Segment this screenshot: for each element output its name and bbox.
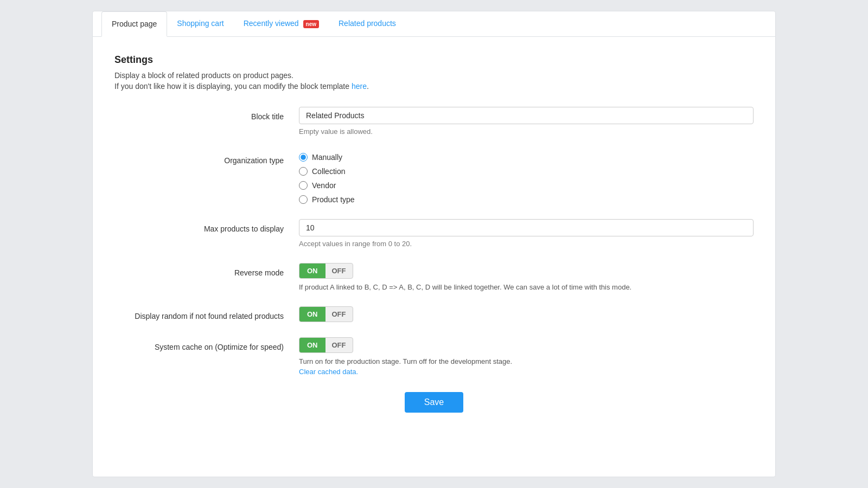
display-random-toggle[interactable]: ON OFF xyxy=(299,306,353,322)
template-link[interactable]: here xyxy=(352,82,367,91)
form-section: Block title Empty value is allowed. Orga… xyxy=(114,107,754,413)
reverse-mode-control: ON OFF If product A linked to B, C, D =>… xyxy=(299,263,754,291)
clear-cache-link[interactable]: Clear cached data. xyxy=(299,368,358,376)
organization-type-control: Manually Collection Vendor Product xyxy=(299,151,754,204)
block-title-hint: Empty value is allowed. xyxy=(299,127,754,136)
radio-vendor-label: Vendor xyxy=(312,181,336,190)
settings-content: Settings Display a block of related prod… xyxy=(93,37,775,430)
settings-page: Product page Shopping cart Recently view… xyxy=(92,11,776,477)
system-cache-on[interactable]: ON xyxy=(299,338,326,352)
tab-related-products[interactable]: Related products xyxy=(329,11,406,37)
settings-description: Display a block of related products on p… xyxy=(114,71,754,80)
reverse-mode-toggle[interactable]: ON OFF xyxy=(299,263,353,279)
reverse-mode-hint: If product A linked to B, C, D => A, B, … xyxy=(299,283,754,291)
tab-label-recently-viewed: Recently viewed xyxy=(244,19,299,28)
recently-viewed-badge: new xyxy=(303,20,319,28)
settings-template-hint: If you don't like how it is displaying, … xyxy=(114,82,754,91)
block-title-input[interactable] xyxy=(299,107,754,124)
max-products-control: Accept values in range from 0 to 20. xyxy=(299,219,754,248)
display-random-off[interactable]: OFF xyxy=(326,307,353,322)
radio-vendor[interactable]: Vendor xyxy=(299,181,754,190)
tab-product-page[interactable]: Product page xyxy=(101,11,167,37)
block-title-control: Empty value is allowed. xyxy=(299,107,754,136)
tab-label-product-page: Product page xyxy=(112,20,157,28)
save-row: Save xyxy=(114,392,754,413)
tab-bar: Product page Shopping cart Recently view… xyxy=(93,11,775,37)
system-cache-label: System cache on (Optimize for speed) xyxy=(114,337,299,353)
reverse-mode-label: Reverse mode xyxy=(114,263,299,279)
organization-type-row: Organization type Manually Collection xyxy=(114,151,754,204)
tab-label-related-products: Related products xyxy=(339,19,396,28)
radio-collection-input[interactable] xyxy=(299,167,308,176)
system-cache-toggle[interactable]: ON OFF xyxy=(299,337,353,353)
reverse-mode-off[interactable]: OFF xyxy=(326,264,353,278)
tab-shopping-cart[interactable]: Shopping cart xyxy=(167,11,233,37)
radio-vendor-input[interactable] xyxy=(299,181,308,190)
max-products-input[interactable] xyxy=(299,219,754,236)
tab-label-shopping-cart: Shopping cart xyxy=(177,19,224,28)
radio-product-type-input[interactable] xyxy=(299,195,308,204)
organization-type-label: Organization type xyxy=(114,151,299,166)
max-products-label: Max products to display xyxy=(114,219,299,235)
system-cache-control: ON OFF Turn on for the production stage.… xyxy=(299,337,754,376)
tab-recently-viewed[interactable]: Recently viewed new xyxy=(234,11,329,37)
radio-manually-input[interactable] xyxy=(299,153,308,162)
reverse-mode-on[interactable]: ON xyxy=(299,264,326,278)
radio-collection-label: Collection xyxy=(312,167,345,176)
radio-collection[interactable]: Collection xyxy=(299,167,754,176)
display-random-row: Display random if not found related prod… xyxy=(114,306,754,322)
radio-product-type[interactable]: Product type xyxy=(299,195,754,204)
system-cache-hint: Turn on for the production stage. Turn o… xyxy=(299,357,754,365)
radio-product-type-label: Product type xyxy=(312,195,355,204)
reverse-mode-row: Reverse mode ON OFF If product A linked … xyxy=(114,263,754,291)
display-random-label: Display random if not found related prod… xyxy=(114,306,299,322)
system-cache-off[interactable]: OFF xyxy=(326,338,353,352)
radio-manually-label: Manually xyxy=(312,153,342,162)
radio-manually[interactable]: Manually xyxy=(299,153,754,162)
max-products-hint: Accept values in range from 0 to 20. xyxy=(299,240,754,248)
max-products-row: Max products to display Accept values in… xyxy=(114,219,754,248)
save-button[interactable]: Save xyxy=(405,392,463,413)
radio-group-organization: Manually Collection Vendor Product xyxy=(299,151,754,204)
display-random-on[interactable]: ON xyxy=(299,307,326,322)
settings-title: Settings xyxy=(114,54,754,66)
block-title-label: Block title xyxy=(114,107,299,123)
display-random-control: ON OFF xyxy=(299,306,754,322)
block-title-row: Block title Empty value is allowed. xyxy=(114,107,754,136)
system-cache-row: System cache on (Optimize for speed) ON … xyxy=(114,337,754,376)
